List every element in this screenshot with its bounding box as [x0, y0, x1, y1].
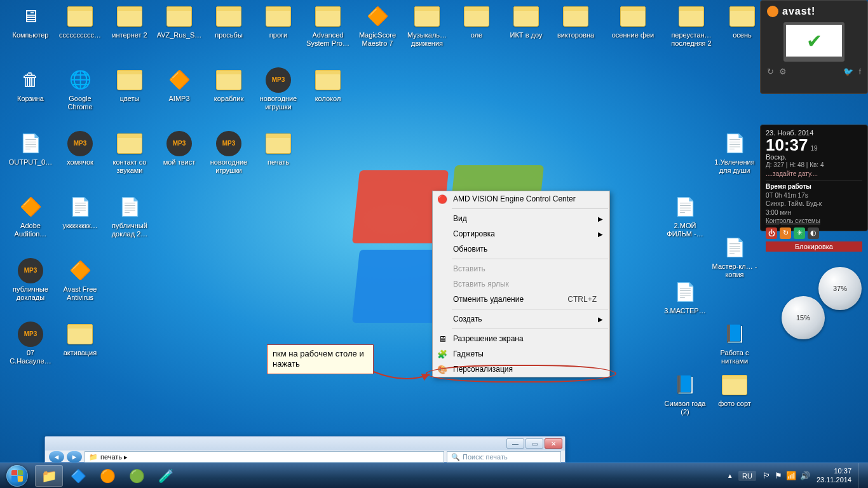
taskbar-pinned-green[interactable]: 🟢	[123, 465, 151, 487]
desktop-icon[interactable]: фото сорт	[710, 372, 759, 408]
forward-button[interactable]: ►	[67, 451, 82, 463]
desktop-icon[interactable]: 📘Символ года (2)	[661, 372, 709, 416]
context-menu-item[interactable]: Обновить	[433, 241, 609, 257]
desktop-icon[interactable]: 🔶Adobe Audition…	[6, 194, 55, 238]
desktop-icon[interactable]: просьбы	[205, 4, 253, 39]
gadget-lock-button[interactable]: Блокировка	[766, 241, 862, 252]
avast-icon	[767, 6, 778, 17]
context-menu-item[interactable]: 🎨Персонализация	[433, 362, 609, 377]
explorer-window[interactable]: — ▭ ✕ ◄ ► 📁 печать ▸ 🔍 Поиск: печать	[44, 436, 566, 463]
desktop-icon[interactable]: 📄укккккккк…	[56, 194, 104, 230]
context-menu-item[interactable]: Отменить удалениеCTRL+Z	[433, 292, 609, 307]
desktop-icon[interactable]: проги	[254, 4, 302, 39]
explorer-titlebar[interactable]: — ▭ ✕	[45, 437, 565, 451]
desktop-icon[interactable]: 📄OUTPUT_0…	[6, 131, 55, 166]
volume-icon[interactable]: 🔊	[800, 471, 810, 480]
gadget-icon: 🧩	[437, 348, 448, 360]
display-icon: 🖥	[437, 333, 448, 344]
desktop-icon[interactable]: 📘Работа с нитками	[710, 322, 759, 365]
desktop-icon[interactable]: контакт со звуками	[105, 131, 154, 175]
desktop-icon[interactable]: колокол	[304, 67, 352, 103]
twitter-icon[interactable]: 🐦	[843, 67, 853, 76]
desktop-icon[interactable]: 🖥Компьютер	[6, 4, 55, 39]
desktop-icon[interactable]: оле	[452, 4, 501, 39]
gadget-sleep-icon[interactable]: ✳	[794, 227, 805, 239]
settings-icon[interactable]: ⚙	[779, 67, 787, 76]
maximize-button[interactable]: ▭	[526, 438, 543, 449]
desktop-icon[interactable]: осенние феи	[609, 4, 657, 39]
taskbar-pinned-maxthon[interactable]: 🔷	[64, 465, 92, 487]
desktop-icon[interactable]: 🔶AIMP3	[155, 67, 203, 103]
context-menu-item[interactable]: Сортировка▶	[433, 226, 609, 241]
perf-meters-gadget[interactable]: 37% 15%	[782, 267, 868, 349]
desktop-icon[interactable]: цветы	[105, 67, 154, 103]
refresh-icon[interactable]: ↻	[767, 67, 774, 76]
desktop-icon[interactable]: 📄Мастер-кл… - копия	[710, 235, 759, 279]
facebook-icon[interactable]: f	[858, 67, 861, 76]
explorer-search-input[interactable]: 🔍 Поиск: печать	[447, 451, 561, 463]
desktop-icon[interactable]: 📄публичный доклад 2…	[105, 194, 154, 238]
desktop-icon[interactable]: 🌐Google Chrome	[56, 67, 104, 111]
breadcrumb-text: печать ▸	[100, 453, 128, 461]
context-menu-item[interactable]: 🔴AMD VISION Engine Control Center	[433, 191, 609, 207]
start-button[interactable]	[0, 463, 34, 489]
desktop-icon[interactable]: кораблик	[205, 67, 253, 103]
desktop-icon[interactable]: переустан… последняя 2	[667, 4, 715, 48]
context-menu-item[interactable]: Создать▶	[433, 311, 609, 327]
avast-social-row: ↻ ⚙ 🐦 f	[761, 64, 867, 79]
context-menu-item-label: Обновить	[453, 245, 487, 254]
desktop-icon[interactable]: 📄1.Увлечения для души	[710, 131, 759, 175]
desktop-icon[interactable]: 📄2.МОЙ ФИЛЬМ -…	[661, 194, 709, 238]
taskbar-pinned-aimp[interactable]: 🟠	[93, 465, 121, 487]
desktop-icon[interactable]: 🔶Avast Free Antivirus	[56, 258, 104, 302]
gadget-other-icon[interactable]: ◐	[808, 227, 819, 239]
taskbar-pinned-explorer[interactable]: 📁	[35, 465, 63, 487]
back-button[interactable]: ◄	[49, 451, 64, 463]
language-indicator[interactable]: RU	[738, 471, 756, 481]
action-center-icon[interactable]: ⚑	[775, 471, 782, 480]
desktop-icon[interactable]: MP307 С.Насауле…	[6, 322, 55, 365]
taskbar[interactable]: 📁🔷🟠🟢🧪 ▴ RU 🏳 ⚑ 📶 🔊 10:37 23.11.2014	[0, 463, 868, 488]
clock-gadget[interactable]: 23. Нояб. 2014 10:37 19 Воскр. Д: 327 | …	[760, 125, 868, 231]
desktop-icon[interactable]: ИКТ в доу	[502, 4, 550, 39]
network-icon[interactable]: 📶	[786, 471, 796, 480]
desktop-icon-label: мой твист	[155, 158, 203, 166]
desktop-icon[interactable]: 🔶MagicScore Maestro 7	[353, 4, 402, 48]
desktop-icon[interactable]: MP3новогодние игрушки	[205, 131, 253, 175]
desktop-icon[interactable]: AVZ_Rus_S…	[155, 4, 203, 39]
desktop-icon[interactable]: сссссссссс…	[56, 4, 104, 39]
desktop-icon[interactable]: MP3публичные доклады	[6, 258, 55, 302]
tray-expand-icon[interactable]: ▴	[728, 471, 732, 480]
close-button[interactable]: ✕	[545, 438, 562, 449]
taskbar-pinned-paint[interactable]: 🧪	[152, 465, 180, 487]
desktop-icon[interactable]: викторовна	[552, 4, 600, 39]
context-menu-item[interactable]: Вид▶	[433, 211, 609, 226]
flag-icon[interactable]: 🏳	[763, 471, 771, 480]
taskbar-clock[interactable]: 10:37 23.11.2014	[817, 467, 851, 484]
gadget-restart-icon[interactable]: ↻	[780, 227, 791, 239]
desktop-icon[interactable]: интернет 2	[105, 4, 154, 39]
desktop-icon[interactable]: 🗑Корзина	[6, 67, 55, 103]
gadget-sysctl[interactable]: Контроль системы	[766, 217, 862, 226]
system-tray[interactable]: ▴ RU 🏳 ⚑ 📶 🔊 10:37 23.11.2014	[728, 463, 868, 489]
desktop-icon[interactable]: MP3новогодние игрушки	[254, 67, 302, 111]
context-menu-item[interactable]: 🧩Гаджеты	[433, 346, 609, 362]
desktop-icon[interactable]: Музыкаль… движения	[403, 4, 451, 48]
annotation-callout-text: пкм на рабочем столе и нажать	[273, 349, 364, 369]
breadcrumb[interactable]: 📁 печать ▸	[85, 451, 444, 463]
context-menu-item[interactable]: 🖥Разрешение экрана	[433, 331, 609, 346]
desktop-icon[interactable]: 📄3.МАСТЕР…	[661, 280, 709, 315]
desktop-icon-label: активация	[56, 349, 104, 357]
gadget-power-icon[interactable]: ⏻	[766, 227, 777, 239]
desktop-icon[interactable]: осень	[718, 4, 766, 39]
avast-gadget[interactable]: avast! ✔ ↻ ⚙ 🐦 f	[760, 0, 868, 94]
minimize-button[interactable]: —	[506, 438, 524, 449]
desktop-icon[interactable]: MP3хомячок	[56, 131, 104, 166]
desktop-icon[interactable]: MP3мой твист	[155, 131, 203, 166]
desktop-icon[interactable]: активация	[56, 322, 104, 357]
show-desktop-button[interactable]	[858, 463, 864, 489]
desktop-icon[interactable]: печать	[254, 131, 302, 166]
tray-icons[interactable]: 🏳 ⚑ 📶 🔊	[763, 471, 810, 480]
desktop-icon[interactable]: Advanced System Pro…	[304, 4, 352, 48]
desktop-icon-label: проги	[254, 31, 302, 39]
